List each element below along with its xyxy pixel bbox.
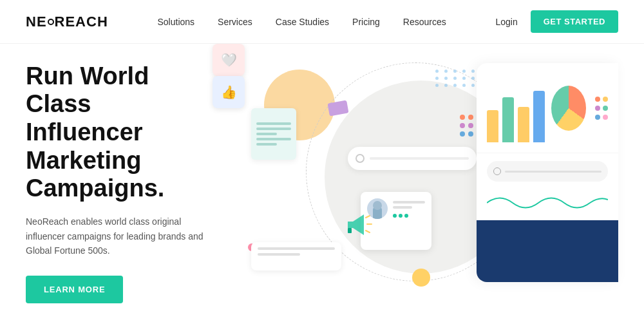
bar-2: [502, 97, 514, 142]
dot-13: [453, 84, 457, 87]
dashboard-wave: [487, 187, 608, 215]
hero-subtitle: NeoReach enables world class original in…: [26, 214, 213, 258]
nav-link-services[interactable]: Services: [218, 17, 252, 27]
side-dot-row-1: [460, 115, 473, 120]
dot-grid: [435, 70, 477, 87]
side-dot-orange-1: [460, 115, 465, 120]
side-dot-row-3: [460, 131, 473, 137]
logo-dot: [48, 19, 54, 25]
dot-5: [471, 70, 475, 73]
logo-text-2: REACH: [55, 14, 108, 30]
dashboard-top: [477, 63, 618, 153]
bottom-line-1: [258, 247, 335, 250]
hero-text: Run World Class Influencer Marketing Cam…: [26, 62, 213, 304]
megaphone-icon: [341, 211, 374, 237]
dash-search-line: [505, 171, 601, 173]
svg-rect-0: [348, 228, 352, 233]
profile-line-2: [393, 206, 412, 209]
profile-dot-3: [404, 214, 408, 218]
dashboard-search: [487, 161, 608, 182]
legend-row-3: [595, 115, 608, 120]
dot-1: [435, 70, 439, 73]
doc-line-5: [256, 143, 277, 146]
nav-item-case-studies[interactable]: Case Studies: [276, 16, 329, 28]
dashboard-panel: [477, 63, 618, 282]
legend-dot-green: [603, 106, 608, 111]
nav-link-resources[interactable]: Resources: [403, 17, 446, 27]
profile-line-1: [393, 201, 425, 204]
profile-dot-1: [393, 214, 397, 218]
card-thumbs-up: 👍: [213, 76, 245, 108]
search-icon: [355, 154, 365, 163]
nav-item-services[interactable]: Services: [218, 16, 252, 28]
nav-link-solutions[interactable]: Solutions: [157, 17, 194, 27]
svg-line-1: [366, 216, 370, 218]
legend-dot-purple: [595, 106, 600, 111]
logo-text: NE: [26, 14, 47, 30]
legend-row-1: [595, 97, 608, 102]
side-dot-row-2: [460, 123, 473, 128]
bar-chart: [487, 73, 545, 142]
legend-dot-orange: [595, 97, 600, 102]
dashboard-bottom: [477, 220, 618, 282]
get-started-button[interactable]: GET STARTED: [531, 10, 618, 33]
card-bottom-text: [251, 242, 341, 270]
navbar: NE REACH Solutions Services Case Studies…: [0, 0, 644, 44]
hero-title: Run World Class Influencer Marketing Cam…: [26, 62, 213, 203]
dot-3: [453, 70, 457, 73]
card-heart: 🤍: [213, 44, 245, 76]
dot-6: [435, 77, 439, 80]
dash-search-icon: [493, 167, 501, 175]
nav-link-pricing[interactable]: Pricing: [352, 17, 380, 27]
profile-info: [393, 201, 425, 218]
learn-more-button[interactable]: LEARN MORE: [26, 276, 123, 303]
card-search-bar: [348, 147, 477, 170]
legend-dot-pink: [603, 115, 608, 120]
card-document: [251, 108, 296, 160]
thumbs-up-icon: 👍: [221, 84, 237, 100]
search-bar-line: [370, 157, 469, 160]
hero-illustration: 🤍 👍: [213, 44, 618, 322]
bar-1: [487, 110, 498, 142]
dot-2: [444, 70, 448, 73]
side-dot-blue-1: [460, 131, 465, 137]
profile-dot-2: [399, 214, 402, 218]
bar-3: [518, 107, 529, 142]
dot-8: [453, 77, 457, 80]
side-dots: [460, 115, 473, 137]
dot-12: [444, 84, 448, 87]
nav-item-pricing[interactable]: Pricing: [352, 16, 380, 28]
legend-dots: [592, 73, 608, 142]
heart-icon: 🤍: [221, 52, 237, 68]
doc-line-4: [256, 138, 291, 140]
dot-11: [435, 84, 439, 87]
logo[interactable]: NE REACH: [26, 14, 108, 30]
profile-dots: [393, 214, 425, 218]
legend-dot-blue: [595, 115, 600, 120]
avatar-head: [373, 201, 382, 210]
hero-section: Run World Class Influencer Marketing Cam…: [0, 44, 644, 322]
dot-14: [462, 84, 466, 87]
side-dot-blue-2: [468, 131, 473, 137]
doc-line-2: [256, 128, 291, 130]
nav-item-solutions[interactable]: Solutions: [157, 16, 194, 28]
nav-link-case-studies[interactable]: Case Studies: [276, 17, 329, 27]
login-button[interactable]: Login: [495, 17, 517, 27]
svg-line-3: [366, 231, 370, 232]
yellow-blob: [412, 269, 430, 287]
bar-4: [533, 91, 545, 142]
nav-item-resources[interactable]: Resources: [403, 16, 446, 28]
legend-dot-yellow: [603, 97, 608, 102]
side-dot-purple-2: [468, 123, 473, 128]
dot-15: [471, 84, 475, 87]
nav-actions: Login GET STARTED: [495, 10, 618, 33]
side-dot-orange-2: [468, 115, 473, 120]
doc-line-3: [256, 133, 277, 135]
dot-4: [462, 70, 466, 73]
nav-links: Solutions Services Case Studies Pricing …: [157, 16, 446, 28]
doc-line-1: [256, 122, 291, 125]
dot-10: [471, 77, 475, 80]
bottom-line-2: [258, 253, 300, 256]
pie-chart: [551, 86, 586, 131]
legend-row-2: [595, 106, 608, 111]
